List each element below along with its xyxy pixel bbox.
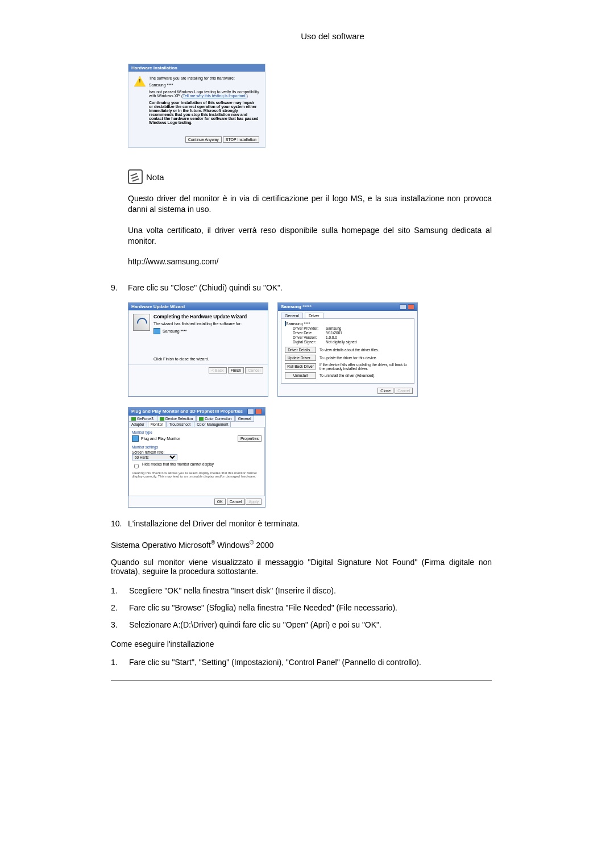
step-number: 9. [111,283,128,292]
page-header: Uso del software [111,31,554,41]
sig-step-2: 2.Fare clic su "Browse" (Sfoglia) nella … [111,603,492,612]
monitor-icon [154,328,160,334]
update-desc: To update the driver for this device. [320,356,410,360]
help-icon[interactable] [400,304,406,310]
os-text-b: Windows [215,541,250,550]
note-label: Nota [146,172,164,182]
dialog-titlebar: Hardware Installation [128,64,265,72]
hw-warning-text: Continuing your installation of this sof… [149,101,259,124]
step-text: Fare clic su "Start", "Setting" (Imposta… [129,658,421,667]
hw-line1: The software you are installing for this… [149,76,259,80]
sig-step-3: 3.Selezionare A:(D:\Driver) quindi fare … [111,620,492,629]
wizard-subtext: The wizard has finished installing the s… [154,322,263,326]
logo-testing-link[interactable]: Tell me why this testing is important. [182,94,246,98]
howto-heading: Come eseguire l'installazione [111,639,492,649]
driver-details-button[interactable]: Driver Details... [285,347,316,353]
help-icon[interactable] [247,409,254,414]
provider-value: Samsung [326,326,341,330]
tab-driver[interactable]: Driver [305,313,323,318]
close-icon[interactable] [408,304,414,310]
content-area: Hardware Installation The software you a… [111,64,492,681]
driver-close-button[interactable]: Close [377,388,393,394]
note-paragraph-1: Questo driver del monitor è in via di ce… [128,193,492,215]
refresh-rate-select[interactable]: 60 Hertz [132,454,177,460]
os-heading: Sistema Operativo Microsoft® Windows® 20… [111,539,492,550]
tab-general2[interactable]: General [235,416,254,422]
note-row: Nota [128,169,492,184]
hw-line2: has not passed Windows Logo testing to v… [149,90,259,98]
hide-modes-note: Clearing this check box allows you to se… [132,471,262,478]
signer-value: Not digitally signed [326,340,357,344]
prophet-properties-dialog: Plug and Play Monitor and 3D Prophet III… [128,407,265,508]
sig-step-1: 1.Scegliere "OK" nella finestra "Insert … [111,586,492,595]
driver-title: Samsung ***** [281,304,312,309]
date-value: 9/11/2001 [326,331,342,335]
monitor-type-name: Plug and Play Monitor [141,437,180,441]
hw-line2b: ) [246,94,247,98]
monitor-type-label: Monitor type [132,430,262,434]
version-label: Driver Version: [293,335,326,339]
wizard-cancel-button: Cancel [245,367,263,373]
step-text: Fare clic su "Browse" (Sfoglia) nella fi… [129,603,397,612]
hw-device: Samsung **** [149,83,259,87]
os-text-c: 2000 [254,541,273,550]
note-icon [128,169,143,184]
prophet-apply-button: Apply [246,499,262,505]
footer-divider [111,680,492,681]
step-text: Selezionare A:(D:\Driver) quindi fare cl… [129,620,381,629]
step-number: 10. [111,519,128,528]
step-number: 1. [111,658,129,667]
wizard-device: Samsung **** [163,329,186,333]
step-text: Scegliere "OK" nella finestra "Insert di… [129,586,336,595]
os-text-a: Sistema Operativo Microsoft [111,541,211,550]
signature-paragraph: Quando sul monitor viene visualizzato il… [111,558,492,576]
rollback-desc: If the device fails after updating the d… [320,363,410,371]
note-paragraph-2: Una volta certificato, il driver verrà r… [128,225,492,247]
step-text: L'installazione del Driver del monitor è… [128,519,492,528]
signer-label: Digital Signer: [293,340,326,344]
wizard-title: Hardware Update Wizard [131,304,185,309]
samsung-url: http://www.samsung.com/ [128,257,492,266]
screenshot-row: Hardware Update Wizard Completing the Ha… [128,302,492,397]
driver-properties-dialog: Samsung ***** General Driver Samsung ***… [277,302,418,397]
uninstall-button[interactable]: Uninstall [285,372,316,379]
warning-icon [134,76,146,86]
continue-anyway-button[interactable]: Continue Anyway [185,136,222,143]
details-desc: To view details about the driver files. [320,348,410,352]
hardware-update-wizard-dialog: Hardware Update Wizard Completing the Ha… [128,302,268,397]
update-driver-button[interactable]: Update Driver... [285,355,316,361]
refresh-rate-label: Screen refresh rate: [132,450,262,454]
hide-modes-label: Hide modes that this monitor cannot disp… [142,462,214,470]
wizard-finish-button[interactable]: Finish [228,367,244,373]
rollback-driver-button[interactable]: Roll Back Driver [285,363,316,369]
step-10: 10. L'installazione del Driver del monit… [111,519,492,528]
step-text: Fare clic su "Close" (Chiudi) quindi su … [128,283,492,292]
prophet-title: Plug and Play Monitor and 3D Prophet III… [131,409,243,414]
driver-cancel-button: Cancel [395,388,413,394]
wizard-back-button: < Back [209,367,227,373]
monitor-settings-label: Monitor settings [132,445,262,449]
wizard-heading: Completing the Hardware Update Wizard [154,314,263,319]
wizard-icon [133,314,150,331]
step-number: 1. [111,586,129,595]
monitor-properties-button[interactable]: Properties [238,435,262,442]
howto-step-1: 1.Fare clic su "Start", "Setting" (Impos… [111,658,492,667]
wizard-hint: Click Finish to close the wizard. [154,357,263,361]
date-label: Driver Date: [293,331,326,335]
prophet-ok-button[interactable]: OK [214,499,226,505]
version-value: 1.0.0.0 [326,335,337,339]
close-icon[interactable] [255,409,262,414]
step-9: 9. Fare clic su "Close" (Chiudi) quindi … [111,283,492,292]
prophet-cancel-button[interactable]: Cancel [227,499,245,505]
monitor-icon [132,435,139,442]
tab-general[interactable]: General [281,313,303,318]
hardware-installation-dialog: Hardware Installation The software you a… [128,64,265,148]
stop-installation-button[interactable]: STOP Installation [223,136,259,143]
uninstall-desc: To uninstall the driver (Advanced). [320,373,410,377]
provider-label: Driver Provider: [293,326,326,330]
driver-device: Samsung **** [286,322,310,326]
dialog-message: The software you are installing for this… [149,76,259,127]
step-number: 2. [111,603,129,612]
hide-modes-checkbox[interactable] [134,464,139,468]
document-page: Uso del software Hardware Installation T… [0,0,614,868]
